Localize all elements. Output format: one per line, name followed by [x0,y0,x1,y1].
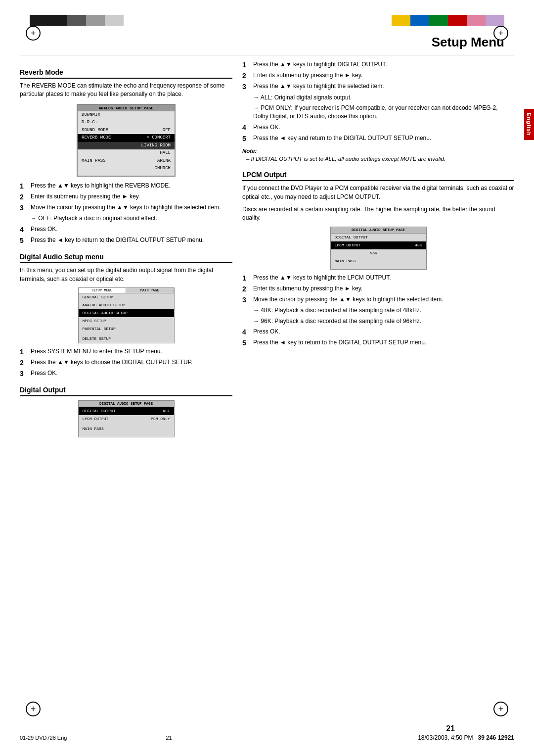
screen-row-downmix: DOWNMIX [78,111,175,119]
screen-row-mainpass: MAIN PASSARENA [78,157,175,165]
screen-row-soundmode: SOUND MODEOFF [78,127,175,135]
digital-audio-setup-heading: Digital Audio Setup menu [20,253,232,263]
crosshair-bottom-right: + [493,702,508,716]
do-step-1: 1 Press the ▲▼ keys to highlight DIGITAL… [242,60,514,69]
lpcm-step-2: 2 Enter its submenu by pressing the ► ke… [242,284,514,293]
digital-audio-tabs: SETUP MENU MAIN PAGE [79,288,174,293]
lpcm-output-body1: If you connect the DVD Player to a PCM c… [242,184,514,201]
lpcm-bullet-48k: → 48K: Playback a disc recorded at the s… [242,306,514,315]
color-seg-g [429,15,448,26]
page-footer: 01-29 DVD728 Eng 21 18/03/2003, 4:50 PM … [0,734,534,741]
title-divider [20,55,514,55]
screen-row-hall: HALL [78,149,175,157]
sm-row-analog: ANALOG AUDIO SETUP [79,301,174,309]
reverb-step-3: 3 Move the cursor by pressing the ▲▼ key… [20,203,232,212]
footer-left: 01-29 DVD728 Eng [20,735,67,741]
reverb-bullet-off: → OFF: Playback a disc in original sound… [20,214,232,223]
lpcm-output-heading: LPCM Output [242,171,514,181]
sm-row-delete: DELETE SETUP [79,335,174,343]
lpcm-step-3: 3 Move the cursor by pressing the ▲▼ key… [242,295,514,304]
do-step-5: 5 Press the ◄ key and return to the DIGI… [242,134,514,143]
sm-row-digital: DIGITAL AUDIO SETUP [79,309,174,317]
footer-center: 21 [166,735,172,741]
do-step-4: 4 Press OK. [242,123,514,132]
crosshair-top-left: + [26,26,41,41]
footer-barcode: 18/03/2003, 4:50 PM 39 246 12921 [418,734,514,741]
digital-output-steps-list: 1 Press the ▲▼ keys to highlight DIGITAL… [242,60,514,143]
tab-setup-menu: SETUP MENU [79,288,127,293]
color-seg-1 [30,15,48,26]
das-step-2: 2 Press the ▲▼ keys to choose the DIGITA… [20,358,232,367]
lpcm-step-4: 4 Press OK. [242,328,514,336]
lpcm-screen-title: DIGITAL AUDIO SETUP PAGE [331,227,426,234]
digital-audio-setup-body: In this menu, you can set up the digital… [20,266,232,284]
digital-audio-setup-section: Digital Audio Setup menu In this menu, y… [20,253,232,378]
digital-output-steps-section: 1 Press the ▲▼ keys to highlight DIGITAL… [242,60,514,163]
note-label: Note: [242,148,257,154]
screen-row-reverb: REVERB MODE> CONCERT [78,134,175,142]
reverb-mode-body: The REVERB MODE can stimulate the echo a… [20,82,232,99]
crosshair-bottom-left: + [26,702,41,716]
top-bar-left [30,15,124,26]
lpcm-steps: 1 Press the ▲▼ keys to highlight the LPC… [242,274,514,348]
reverb-mode-heading: Reverb Mode [20,68,232,79]
color-seg-l [486,15,504,26]
lpcm-screen-mockup: DIGITAL AUDIO SETUP PAGE DIGITAL OUTPUT … [330,227,427,270]
color-seg-3 [67,15,86,26]
reverb-screen-mockup: ANALOG AUDIO SETUP PAGE DOWNMIX D.R.C. S… [77,104,176,177]
lpcm-row-mainpass: MAIN PASS [331,257,426,265]
note-text: – If DIGITAL OUTPUT is set to ALL, all a… [246,156,445,162]
reverb-screen-title: ANALOG AUDIO SETUP PAGE [78,105,175,111]
main-content: Reverb Mode The REVERB MODE can stimulat… [20,60,514,441]
right-column: 1 Press the ▲▼ keys to highlight DIGITAL… [242,60,514,441]
crosshair-top-right: + [493,26,508,41]
lpcm-step-5: 5 Press the ◄ key to return to the DIGIT… [242,338,514,347]
reverb-mode-section: Reverb Mode The REVERB MODE can stimulat… [20,68,232,245]
das-step-3: 3 Press OK. [20,369,232,378]
lpcm-row-lpcm: LPCM OUTPUT48K [331,241,426,249]
color-seg-2 [48,15,67,26]
reverb-mode-steps: 1 Press the ▲▼ keys to highlight the REV… [20,182,232,245]
reverb-step-1: 1 Press the ▲▼ keys to highlight the REV… [20,182,232,190]
screen-row-drc: D.R.C. [78,119,175,127]
digital-output-screen-title: DIGITAL AUDIO SETUP PAGE [79,401,174,407]
lpcm-bullet-96k: → 96K: Playback a disc recorded at the s… [242,317,514,326]
color-seg-p [467,15,486,26]
sm-row-general: GENERAL SETUP [79,293,174,301]
do-row-digital-output: DIGITAL OUTPUTALL [79,407,174,415]
lpcm-output-section: LPCM Output If you connect the DVD Playe… [242,171,514,347]
page-title: Setup Menu [0,35,504,50]
do-bullet-all: → ALL: Original digital signals output. [242,94,514,102]
sm-row-mpeg: MPEG SETUP [79,317,174,325]
do-row-mainpass: MAIN PASS [79,425,174,433]
color-seg-b [410,15,429,26]
digital-output-heading: Digital Output [20,386,232,396]
page-number: 21 [446,724,455,733]
top-bar-right [392,15,504,26]
digital-output-section: Digital Output DIGITAL AUDIO SETUP PAGE … [20,386,232,437]
color-seg-5 [105,15,124,26]
left-column: Reverb Mode The REVERB MODE can stimulat… [20,60,232,441]
reverb-step-5: 5 Press the ◄ key to return to the DIGIT… [20,236,232,245]
language-tab: English [524,109,534,140]
digital-audio-setup-screen: SETUP MENU MAIN PAGE GENERAL SETUP ANALO… [78,287,175,343]
do-step-3: 3 Press the ▲▼ keys to highlight the sel… [242,82,514,91]
lpcm-output-body2: Discs are recorded at a certain sampling… [242,205,514,223]
color-seg-y [392,15,410,26]
digital-output-screen: DIGITAL AUDIO SETUP PAGE DIGITAL OUTPUTA… [78,400,175,437]
top-color-bar [0,15,534,26]
do-row-lpcm: LPCM OUTPUTPCM ONLY [79,415,174,423]
lpcm-row-digital: DIGITAL OUTPUT [331,234,426,241]
screen-row-living: LIVING ROOM [78,142,175,150]
do-bullet-pcm: → PCM ONLY: If your receiver is PCM-comp… [242,104,514,121]
reverb-step-2: 2 Enter its submenu by pressing the ► ke… [20,192,232,201]
reverb-step-4: 4 Press OK. [20,225,232,234]
das-step-1: 1 Press SYSTEM MENU to enter the SETUP m… [20,347,232,356]
color-seg-4 [86,15,105,26]
sm-row-parental: PARENTAL SETUP [79,325,174,333]
digital-audio-setup-steps: 1 Press SYSTEM MENU to enter the SETUP m… [20,347,232,378]
lpcm-step-1: 1 Press the ▲▼ keys to highlight the LPC… [242,274,514,283]
screen-row-church: CHURCH [78,165,175,173]
tab-main-page: MAIN PAGE [126,288,174,293]
digital-output-note: Note: – If DIGITAL OUTPUT is set to ALL,… [242,147,514,163]
